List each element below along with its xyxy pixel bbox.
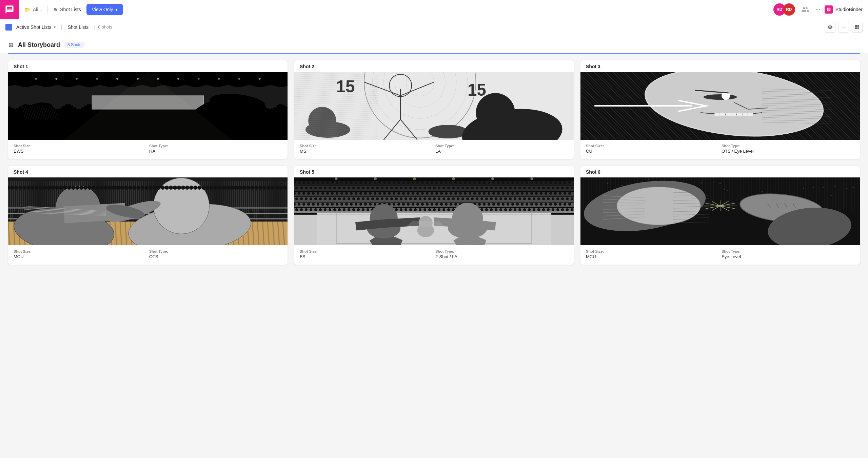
- shot-card[interactable]: Shot 1 Shot Size: EWS Shot Type: HA: [8, 60, 288, 159]
- shotlists-icon: ⊕: [53, 7, 57, 12]
- shot-size-label: Shot Size:: [586, 144, 719, 148]
- shot-card[interactable]: Shot 6 Shot Size: MCU Shot Type: Eye Lev…: [580, 166, 860, 265]
- shot-image: [8, 72, 288, 140]
- shot-label: Shot 1: [14, 64, 28, 69]
- nav-shotlists[interactable]: ⊕ Shot Lists: [53, 7, 81, 12]
- shot-canvas: [8, 72, 288, 140]
- shot-image: [8, 177, 288, 245]
- shot-type-value: OTS: [149, 254, 282, 259]
- shot-size-item: Shot Size: MS: [300, 144, 433, 154]
- breadcrumb-separator-2: |: [94, 24, 95, 30]
- top-navigation: 📁 Ali... ⊕ Shot Lists View Only ▾ RD RD …: [0, 0, 868, 19]
- shot-size-label: Shot Size:: [300, 144, 433, 148]
- shot-size-value: CU: [586, 149, 719, 154]
- nav-project[interactable]: 📁 Ali...: [24, 7, 42, 12]
- shot-size-value: MCU: [14, 254, 146, 259]
- shot-size-label: Shot Size:: [586, 249, 719, 253]
- shot-canvas: [580, 72, 860, 140]
- chevron-down-icon: ▾: [54, 25, 56, 30]
- shot-meta: Shot Size: MCU Shot Type: Eye Level: [580, 245, 860, 265]
- shot-size-label: Shot Size:: [14, 144, 146, 148]
- shot-size-value: MS: [300, 149, 433, 154]
- shot-header: Shot 3: [580, 60, 860, 72]
- shot-card[interactable]: Shot 3 Shot Size: CU Shot Type: OTS / Ey…: [580, 60, 860, 159]
- shot-canvas: [294, 177, 574, 245]
- more-options-icon[interactable]: ···: [815, 6, 821, 13]
- section-header: ⊕ Ali Storyboard 8 Shots: [0, 35, 868, 53]
- shot-type-label: Shot Type:: [722, 249, 854, 253]
- shot-type-item: Shot Type: HA: [149, 144, 282, 154]
- shot-image: [294, 177, 574, 245]
- shot-type-item: Shot Type: 2-Shot / LA: [435, 249, 568, 259]
- shot-type-label: Shot Type:: [435, 249, 568, 253]
- shot-type-label: Shot Type:: [149, 144, 282, 148]
- team-users-icon[interactable]: [799, 3, 811, 16]
- sub-nav-right: ···: [825, 22, 863, 33]
- shot-type-item: Shot Type: OTS: [149, 249, 282, 259]
- shot-type-value: 2-Shot / LA: [435, 254, 568, 259]
- nav-divider: [47, 5, 48, 14]
- view-toggle-button[interactable]: [825, 22, 835, 33]
- more-options-button[interactable]: ···: [838, 22, 849, 33]
- view-only-button[interactable]: View Only ▾: [86, 4, 123, 15]
- active-shot-lists-label: Active Shot Lists: [16, 24, 52, 30]
- sub-nav-icon: [5, 24, 12, 31]
- shot-canvas: [8, 177, 288, 245]
- shot-header: Shot 4: [8, 166, 288, 177]
- shot-meta: Shot Size: MS Shot Type: LA: [294, 140, 574, 159]
- brand-label: StudioBinder: [835, 7, 863, 12]
- shot-header: Shot 2: [294, 60, 574, 72]
- brand-logo[interactable]: StudioBinder: [825, 5, 863, 14]
- shot-card[interactable]: Shot 4 Shot Size: MCU Shot Type: OTS: [8, 166, 288, 265]
- storyboard-icon: ⊕: [8, 41, 14, 49]
- shot-header: Shot 6: [580, 166, 860, 177]
- shot-type-value: Eye Level: [722, 254, 854, 259]
- shot-size-item: Shot Size: MCU: [14, 249, 146, 259]
- breadcrumb-shot-lists[interactable]: Shot Lists: [65, 23, 91, 31]
- shot-image: [294, 72, 574, 140]
- project-folder-icon: 📁: [24, 7, 30, 12]
- shot-type-item: Shot Type: LA: [435, 144, 568, 154]
- layout-toggle-button[interactable]: [852, 22, 863, 33]
- shot-size-label: Shot Size:: [14, 249, 146, 253]
- shot-label: Shot 2: [300, 64, 314, 69]
- shot-meta: Shot Size: EWS Shot Type: HA: [8, 140, 288, 159]
- shot-size-item: Shot Size: EWS: [14, 144, 146, 154]
- shot-size-label: Shot Size:: [300, 249, 433, 253]
- shot-label: Shot 5: [300, 169, 314, 175]
- shot-size-value: FS: [300, 254, 433, 259]
- shot-label: Shot 6: [586, 169, 600, 175]
- shot-type-value: OTS / Eye Level: [722, 149, 854, 154]
- shot-size-value: EWS: [14, 149, 146, 154]
- shot-card[interactable]: Shot 5 Shot Size: FS Shot Type: 2-Shot /…: [294, 166, 574, 265]
- chevron-down-icon: ▾: [115, 7, 118, 12]
- sub-navigation: Active Shot Lists ▾ | Shot Lists | 8 sho…: [0, 19, 868, 35]
- breadcrumb-separator: |: [61, 24, 62, 30]
- app-logo[interactable]: [0, 0, 19, 19]
- shot-canvas: [580, 177, 860, 245]
- main-content: Shot 1 Shot Size: EWS Shot Type: HA Shot…: [0, 54, 868, 271]
- shot-type-value: HA: [149, 149, 282, 154]
- shot-type-label: Shot Type:: [435, 144, 568, 148]
- shot-label: Shot 4: [14, 169, 28, 175]
- shot-meta: Shot Size: MCU Shot Type: OTS: [8, 245, 288, 265]
- shot-size-item: Shot Size: CU: [586, 144, 719, 154]
- shot-size-item: Shot Size: MCU: [586, 249, 719, 259]
- shots-badge: 8 Shots: [64, 42, 85, 48]
- shot-lists-label: Shot Lists: [68, 24, 88, 30]
- shot-type-item: Shot Type: OTS / Eye Level: [722, 144, 854, 154]
- shot-type-item: Shot Type: Eye Level: [722, 249, 854, 259]
- breadcrumb-active-shot-lists[interactable]: Active Shot Lists ▾: [14, 23, 58, 31]
- message-icon: [5, 5, 14, 14]
- project-label: Ali...: [33, 7, 42, 12]
- shots-count: 8 shots: [98, 24, 112, 30]
- shot-image: [580, 177, 860, 245]
- shot-header: Shot 5: [294, 166, 574, 177]
- brand-icon: [825, 5, 833, 14]
- view-only-label: View Only: [92, 7, 113, 12]
- shot-header: Shot 1: [8, 60, 288, 72]
- shot-card[interactable]: Shot 2 Shot Size: MS Shot Type: LA: [294, 60, 574, 159]
- shot-size-value: MCU: [586, 254, 719, 259]
- shot-canvas: [294, 72, 574, 140]
- nav-shotlists-label: Shot Lists: [60, 7, 81, 12]
